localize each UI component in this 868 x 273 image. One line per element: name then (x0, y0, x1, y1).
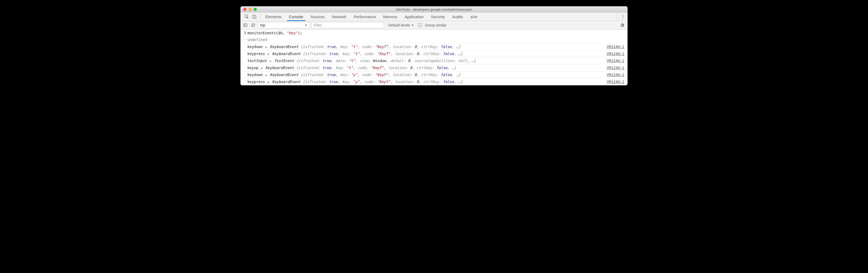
tab-memory[interactable]: Memory (380, 12, 401, 21)
chevron-down-icon: ▼ (305, 24, 307, 27)
expand-arrow-icon[interactable]: ▶ (267, 80, 270, 84)
expand-arrow-icon[interactable]: ▶ (265, 45, 268, 49)
svg-rect-6 (244, 24, 247, 27)
log-content: textInput ▶ TextEvent {isTrusted: true, … (247, 59, 604, 63)
inspect-element-icon[interactable] (243, 12, 250, 21)
console-input-content: monitorEvents($0, "key"); (247, 31, 624, 35)
devtools-window: DevTools - developers.google.com/web/sho… (240, 6, 628, 86)
execution-context-select[interactable]: top ▼ (258, 22, 310, 28)
zoom-window-button[interactable] (254, 8, 257, 11)
console-body: ❯ monitorEvents($0, "key"); ‹· undefined… (241, 30, 627, 85)
chevron-down-icon: ▼ (411, 24, 414, 27)
tab-audits[interactable]: Audits (448, 12, 467, 21)
group-similar-label: Group similar (423, 23, 446, 27)
expand-arrow-icon[interactable]: ▶ (267, 53, 270, 56)
input-prompt-icon: ❯ (243, 31, 247, 35)
source-link[interactable]: VM1240:1 (607, 80, 624, 84)
svg-point-3 (622, 14, 623, 15)
divider (260, 14, 260, 19)
levels-label: Default levels (388, 23, 410, 27)
console-log-row: keyup ▶ KeyboardEvent {isTrusted: true, … (241, 64, 627, 71)
console-result-row: ‹· undefined (241, 36, 627, 43)
panel-tabs: ElementsConsoleSourcesNetworkPerformance… (262, 12, 481, 21)
close-window-button[interactable] (243, 8, 246, 11)
device-toolbar-icon[interactable] (250, 12, 258, 21)
tab-elements[interactable]: Elements (262, 12, 285, 21)
log-levels-select[interactable]: Default levels ▼ (386, 23, 414, 27)
tab-performance[interactable]: Performance (350, 12, 380, 21)
console-log-row: textInput ▶ TextEvent {isTrusted: true, … (241, 57, 627, 64)
svg-rect-2 (254, 16, 256, 19)
svg-point-4 (622, 16, 623, 17)
tab-application[interactable]: Application (401, 12, 427, 21)
output-prompt-icon: ‹· (243, 38, 247, 41)
console-toolbar: top ▼ Default levels ▼ ✓ Group similar (241, 21, 627, 30)
group-similar-checkbox[interactable]: ✓ (418, 23, 422, 27)
log-content: keyup ▶ KeyboardEvent {isTrusted: true, … (247, 66, 604, 70)
filter-input[interactable] (311, 22, 384, 28)
console-log-row: keydown ▶ KeyboardEvent {isTrusted: true… (241, 43, 627, 50)
source-link[interactable]: VM1240:1 (607, 59, 624, 63)
console-log-row: keypress ▶ KeyboardEvent {isTrusted: tru… (241, 50, 627, 57)
minimize-window-button[interactable] (248, 8, 252, 11)
more-menu-icon[interactable] (618, 12, 627, 21)
log-content: keypress ▶ KeyboardEvent {isTrusted: tru… (247, 80, 604, 84)
expand-arrow-icon[interactable]: ▶ (269, 60, 272, 63)
clear-console-icon[interactable] (250, 22, 256, 28)
traffic-lights (241, 8, 257, 11)
console-log-row: keypress ▶ KeyboardEvent {isTrusted: tru… (241, 78, 627, 85)
source-link[interactable]: VM1240:1 (607, 45, 624, 49)
tab-security[interactable]: Security (427, 12, 448, 21)
svg-line-9 (252, 24, 254, 26)
expand-arrow-icon[interactable]: ▶ (265, 73, 268, 77)
source-link[interactable]: VM1240:1 (607, 73, 624, 77)
log-content: keydown ▶ KeyboardEvent {isTrusted: true… (247, 45, 604, 49)
console-log-row: keydown ▶ KeyboardEvent {isTrusted: true… (241, 71, 627, 78)
tab-axe[interactable]: aXe (467, 12, 481, 21)
tab-network[interactable]: Network (329, 12, 350, 21)
svg-point-5 (622, 18, 623, 19)
devtools-tabbar: ElementsConsoleSourcesNetworkPerformance… (241, 12, 627, 21)
console-settings-icon[interactable] (620, 23, 626, 27)
console-result: undefined (247, 38, 624, 42)
tab-console[interactable]: Console (285, 12, 307, 21)
context-value: top (260, 23, 265, 27)
tab-sources[interactable]: Sources (307, 12, 329, 21)
expand-arrow-icon[interactable]: ▶ (261, 66, 264, 70)
source-link[interactable]: VM1240:1 (607, 52, 624, 56)
console-input-row[interactable]: ❯ monitorEvents($0, "key"); (241, 30, 627, 36)
source-link[interactable]: VM1240:1 (607, 66, 624, 70)
window-titlebar: DevTools - developers.google.com/web/sho… (241, 6, 627, 12)
log-content: keypress ▶ KeyboardEvent {isTrusted: tru… (247, 52, 604, 56)
window-title: DevTools - developers.google.com/web/sho… (241, 7, 627, 11)
show-console-sidebar-icon[interactable] (242, 22, 248, 28)
log-content: keydown ▶ KeyboardEvent {isTrusted: true… (247, 73, 604, 77)
